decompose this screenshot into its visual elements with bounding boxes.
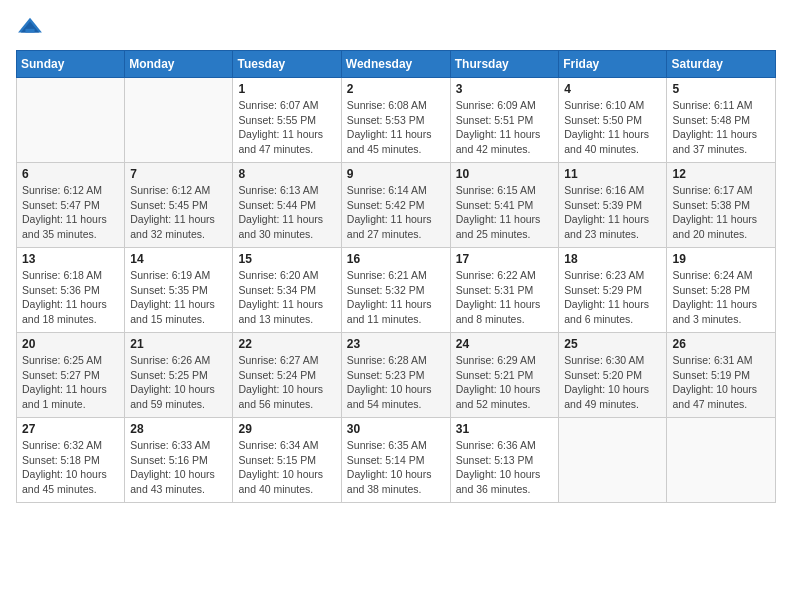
calendar-cell: 12Sunrise: 6:17 AM Sunset: 5:38 PM Dayli… — [667, 163, 776, 248]
day-info: Sunrise: 6:28 AM Sunset: 5:23 PM Dayligh… — [347, 353, 445, 412]
calendar-cell: 3Sunrise: 6:09 AM Sunset: 5:51 PM Daylig… — [450, 78, 559, 163]
calendar-cell: 15Sunrise: 6:20 AM Sunset: 5:34 PM Dayli… — [233, 248, 341, 333]
day-number: 10 — [456, 167, 554, 181]
day-number: 6 — [22, 167, 119, 181]
calendar-cell: 26Sunrise: 6:31 AM Sunset: 5:19 PM Dayli… — [667, 333, 776, 418]
day-number: 13 — [22, 252, 119, 266]
day-info: Sunrise: 6:35 AM Sunset: 5:14 PM Dayligh… — [347, 438, 445, 497]
day-info: Sunrise: 6:07 AM Sunset: 5:55 PM Dayligh… — [238, 98, 335, 157]
calendar-cell: 30Sunrise: 6:35 AM Sunset: 5:14 PM Dayli… — [341, 418, 450, 503]
day-info: Sunrise: 6:08 AM Sunset: 5:53 PM Dayligh… — [347, 98, 445, 157]
calendar-cell: 16Sunrise: 6:21 AM Sunset: 5:32 PM Dayli… — [341, 248, 450, 333]
day-info: Sunrise: 6:15 AM Sunset: 5:41 PM Dayligh… — [456, 183, 554, 242]
calendar-cell: 21Sunrise: 6:26 AM Sunset: 5:25 PM Dayli… — [125, 333, 233, 418]
calendar-week-row: 13Sunrise: 6:18 AM Sunset: 5:36 PM Dayli… — [17, 248, 776, 333]
weekday-header-sunday: Sunday — [17, 51, 125, 78]
calendar-cell: 29Sunrise: 6:34 AM Sunset: 5:15 PM Dayli… — [233, 418, 341, 503]
calendar-cell — [667, 418, 776, 503]
day-number: 14 — [130, 252, 227, 266]
day-number: 22 — [238, 337, 335, 351]
calendar-cell: 9Sunrise: 6:14 AM Sunset: 5:42 PM Daylig… — [341, 163, 450, 248]
day-info: Sunrise: 6:12 AM Sunset: 5:45 PM Dayligh… — [130, 183, 227, 242]
day-info: Sunrise: 6:22 AM Sunset: 5:31 PM Dayligh… — [456, 268, 554, 327]
day-number: 20 — [22, 337, 119, 351]
day-number: 7 — [130, 167, 227, 181]
day-number: 4 — [564, 82, 661, 96]
day-info: Sunrise: 6:33 AM Sunset: 5:16 PM Dayligh… — [130, 438, 227, 497]
calendar-cell: 5Sunrise: 6:11 AM Sunset: 5:48 PM Daylig… — [667, 78, 776, 163]
calendar-cell: 23Sunrise: 6:28 AM Sunset: 5:23 PM Dayli… — [341, 333, 450, 418]
day-number: 30 — [347, 422, 445, 436]
day-number: 11 — [564, 167, 661, 181]
page-header — [16, 16, 776, 38]
weekday-header-friday: Friday — [559, 51, 667, 78]
calendar-cell: 18Sunrise: 6:23 AM Sunset: 5:29 PM Dayli… — [559, 248, 667, 333]
calendar-cell: 14Sunrise: 6:19 AM Sunset: 5:35 PM Dayli… — [125, 248, 233, 333]
day-info: Sunrise: 6:32 AM Sunset: 5:18 PM Dayligh… — [22, 438, 119, 497]
day-number: 17 — [456, 252, 554, 266]
calendar-cell: 1Sunrise: 6:07 AM Sunset: 5:55 PM Daylig… — [233, 78, 341, 163]
day-number: 24 — [456, 337, 554, 351]
calendar-cell: 4Sunrise: 6:10 AM Sunset: 5:50 PM Daylig… — [559, 78, 667, 163]
day-info: Sunrise: 6:20 AM Sunset: 5:34 PM Dayligh… — [238, 268, 335, 327]
calendar-cell: 28Sunrise: 6:33 AM Sunset: 5:16 PM Dayli… — [125, 418, 233, 503]
calendar-table: SundayMondayTuesdayWednesdayThursdayFrid… — [16, 50, 776, 503]
day-info: Sunrise: 6:13 AM Sunset: 5:44 PM Dayligh… — [238, 183, 335, 242]
calendar-cell: 6Sunrise: 6:12 AM Sunset: 5:47 PM Daylig… — [17, 163, 125, 248]
calendar-cell: 31Sunrise: 6:36 AM Sunset: 5:13 PM Dayli… — [450, 418, 559, 503]
calendar-cell: 17Sunrise: 6:22 AM Sunset: 5:31 PM Dayli… — [450, 248, 559, 333]
day-info: Sunrise: 6:16 AM Sunset: 5:39 PM Dayligh… — [564, 183, 661, 242]
calendar-cell: 27Sunrise: 6:32 AM Sunset: 5:18 PM Dayli… — [17, 418, 125, 503]
calendar-cell: 2Sunrise: 6:08 AM Sunset: 5:53 PM Daylig… — [341, 78, 450, 163]
calendar-week-row: 27Sunrise: 6:32 AM Sunset: 5:18 PM Dayli… — [17, 418, 776, 503]
calendar-cell: 22Sunrise: 6:27 AM Sunset: 5:24 PM Dayli… — [233, 333, 341, 418]
day-info: Sunrise: 6:09 AM Sunset: 5:51 PM Dayligh… — [456, 98, 554, 157]
day-number: 28 — [130, 422, 227, 436]
calendar-cell: 11Sunrise: 6:16 AM Sunset: 5:39 PM Dayli… — [559, 163, 667, 248]
day-info: Sunrise: 6:21 AM Sunset: 5:32 PM Dayligh… — [347, 268, 445, 327]
day-info: Sunrise: 6:19 AM Sunset: 5:35 PM Dayligh… — [130, 268, 227, 327]
day-number: 16 — [347, 252, 445, 266]
day-info: Sunrise: 6:23 AM Sunset: 5:29 PM Dayligh… — [564, 268, 661, 327]
calendar-week-row: 1Sunrise: 6:07 AM Sunset: 5:55 PM Daylig… — [17, 78, 776, 163]
calendar-cell: 13Sunrise: 6:18 AM Sunset: 5:36 PM Dayli… — [17, 248, 125, 333]
day-info: Sunrise: 6:30 AM Sunset: 5:20 PM Dayligh… — [564, 353, 661, 412]
calendar-cell: 25Sunrise: 6:30 AM Sunset: 5:20 PM Dayli… — [559, 333, 667, 418]
calendar-cell: 20Sunrise: 6:25 AM Sunset: 5:27 PM Dayli… — [17, 333, 125, 418]
day-info: Sunrise: 6:27 AM Sunset: 5:24 PM Dayligh… — [238, 353, 335, 412]
day-number: 15 — [238, 252, 335, 266]
day-info: Sunrise: 6:18 AM Sunset: 5:36 PM Dayligh… — [22, 268, 119, 327]
day-info: Sunrise: 6:11 AM Sunset: 5:48 PM Dayligh… — [672, 98, 770, 157]
day-info: Sunrise: 6:36 AM Sunset: 5:13 PM Dayligh… — [456, 438, 554, 497]
day-info: Sunrise: 6:17 AM Sunset: 5:38 PM Dayligh… — [672, 183, 770, 242]
day-number: 29 — [238, 422, 335, 436]
calendar-cell: 19Sunrise: 6:24 AM Sunset: 5:28 PM Dayli… — [667, 248, 776, 333]
day-number: 1 — [238, 82, 335, 96]
day-number: 18 — [564, 252, 661, 266]
day-info: Sunrise: 6:34 AM Sunset: 5:15 PM Dayligh… — [238, 438, 335, 497]
calendar-body: 1Sunrise: 6:07 AM Sunset: 5:55 PM Daylig… — [17, 78, 776, 503]
calendar-cell: 7Sunrise: 6:12 AM Sunset: 5:45 PM Daylig… — [125, 163, 233, 248]
day-number: 9 — [347, 167, 445, 181]
calendar-week-row: 6Sunrise: 6:12 AM Sunset: 5:47 PM Daylig… — [17, 163, 776, 248]
calendar-cell: 24Sunrise: 6:29 AM Sunset: 5:21 PM Dayli… — [450, 333, 559, 418]
calendar-cell — [125, 78, 233, 163]
calendar-header-row: SundayMondayTuesdayWednesdayThursdayFrid… — [17, 51, 776, 78]
day-info: Sunrise: 6:26 AM Sunset: 5:25 PM Dayligh… — [130, 353, 227, 412]
day-info: Sunrise: 6:24 AM Sunset: 5:28 PM Dayligh… — [672, 268, 770, 327]
weekday-header-tuesday: Tuesday — [233, 51, 341, 78]
day-number: 26 — [672, 337, 770, 351]
calendar-cell: 8Sunrise: 6:13 AM Sunset: 5:44 PM Daylig… — [233, 163, 341, 248]
logo-icon — [16, 16, 44, 38]
weekday-header-saturday: Saturday — [667, 51, 776, 78]
svg-rect-2 — [25, 29, 34, 33]
day-info: Sunrise: 6:29 AM Sunset: 5:21 PM Dayligh… — [456, 353, 554, 412]
day-number: 25 — [564, 337, 661, 351]
calendar-cell: 10Sunrise: 6:15 AM Sunset: 5:41 PM Dayli… — [450, 163, 559, 248]
day-number: 31 — [456, 422, 554, 436]
day-number: 3 — [456, 82, 554, 96]
day-number: 19 — [672, 252, 770, 266]
weekday-header-monday: Monday — [125, 51, 233, 78]
calendar-week-row: 20Sunrise: 6:25 AM Sunset: 5:27 PM Dayli… — [17, 333, 776, 418]
day-number: 21 — [130, 337, 227, 351]
